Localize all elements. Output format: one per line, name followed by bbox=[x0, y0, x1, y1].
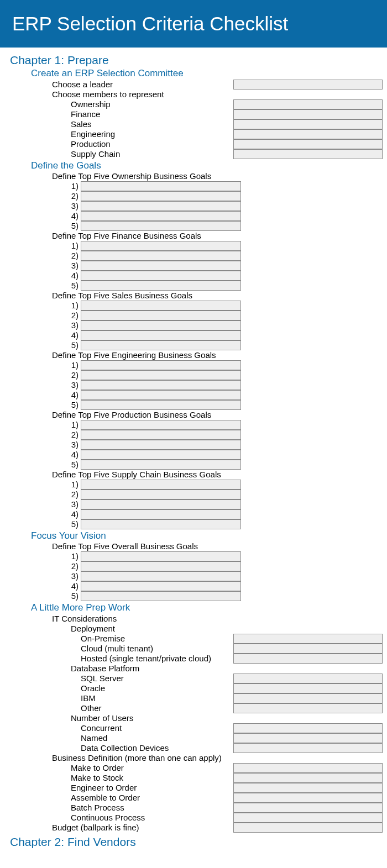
goal-production-5[interactable] bbox=[81, 460, 241, 470]
section-prep: A Little More Prep Work bbox=[31, 602, 387, 613]
num-2: 2) bbox=[67, 430, 81, 440]
goal-overall-4[interactable] bbox=[81, 581, 241, 591]
goal-ownership-2[interactable] bbox=[81, 191, 241, 201]
goals-production-label: Define Top Five Production Business Goal… bbox=[52, 410, 387, 420]
num-1: 1) bbox=[67, 420, 81, 430]
users-concurrent: Concurrent bbox=[81, 723, 122, 733]
goal-overall-1[interactable] bbox=[81, 551, 241, 561]
goal-production-2[interactable] bbox=[81, 430, 241, 440]
bd-mts-field[interactable] bbox=[233, 773, 383, 783]
goal-supply-5[interactable] bbox=[81, 519, 241, 529]
goal-production-3[interactable] bbox=[81, 440, 241, 450]
member-ownership: Ownership bbox=[71, 99, 111, 109]
goal-sales-2[interactable] bbox=[81, 311, 241, 320]
member-production-field[interactable] bbox=[233, 139, 383, 149]
num-3: 3) bbox=[67, 261, 81, 271]
db-sql-field[interactable] bbox=[233, 674, 383, 683]
goals-engineering-label: Define Top Five Engineering Business Goa… bbox=[52, 350, 387, 360]
num-4: 4) bbox=[67, 211, 81, 221]
section-committee: Create an ERP Selection Committee bbox=[31, 68, 387, 79]
member-finance-field[interactable] bbox=[233, 109, 383, 119]
db-sql: SQL Server bbox=[81, 674, 124, 683]
dep-onprem: On-Premise bbox=[81, 634, 125, 644]
bd-cont: Continuous Process bbox=[71, 813, 145, 823]
bd-cont-field[interactable] bbox=[233, 813, 383, 823]
goal-sales-4[interactable] bbox=[81, 330, 241, 340]
dep-onprem-field[interactable] bbox=[233, 634, 383, 644]
num-2: 2) bbox=[67, 490, 81, 499]
member-production: Production bbox=[71, 139, 111, 149]
db-other: Other bbox=[81, 703, 102, 713]
goal-engineering-3[interactable] bbox=[81, 380, 241, 390]
vision-label: Define Top Five Overall Business Goals bbox=[52, 541, 387, 551]
member-engineering: Engineering bbox=[71, 129, 115, 139]
num-3: 3) bbox=[67, 571, 81, 581]
member-sales: Sales bbox=[71, 119, 92, 129]
num-3: 3) bbox=[67, 201, 81, 211]
users-named-field[interactable] bbox=[233, 733, 383, 743]
banner-title: ERP Selection Criteria Checklist bbox=[0, 0, 387, 48]
num-1: 1) bbox=[67, 181, 81, 191]
goals-finance-label: Define Top Five Finance Business Goals bbox=[52, 231, 387, 241]
bd-eto-field[interactable] bbox=[233, 783, 383, 793]
num-5: 5) bbox=[67, 281, 81, 291]
member-ownership-field[interactable] bbox=[233, 99, 383, 109]
num-3: 3) bbox=[67, 320, 81, 330]
num-4: 4) bbox=[67, 509, 81, 519]
goal-production-4[interactable] bbox=[81, 450, 241, 460]
goal-production-1[interactable] bbox=[81, 420, 241, 430]
goal-finance-4[interactable] bbox=[81, 271, 241, 281]
member-finance: Finance bbox=[71, 109, 100, 119]
dep-hosted-field[interactable] bbox=[233, 654, 383, 664]
db-other-field[interactable] bbox=[233, 703, 383, 713]
goal-ownership-1[interactable] bbox=[81, 181, 241, 191]
num-3: 3) bbox=[67, 380, 81, 390]
it-considerations-label: IT Considerations bbox=[52, 614, 117, 624]
goal-overall-2[interactable] bbox=[81, 561, 241, 571]
goal-supply-1[interactable] bbox=[81, 480, 241, 490]
num-5: 5) bbox=[67, 519, 81, 529]
committee-leader-field[interactable] bbox=[233, 80, 383, 90]
bd-mts: Make to Stock bbox=[71, 773, 123, 783]
num-5: 5) bbox=[67, 221, 81, 231]
users-concurrent-field[interactable] bbox=[233, 723, 383, 733]
budget-field[interactable] bbox=[233, 823, 383, 833]
member-supply-field[interactable] bbox=[233, 149, 383, 159]
db-oracle: Oracle bbox=[81, 683, 105, 693]
num-4: 4) bbox=[67, 581, 81, 591]
goal-finance-5[interactable] bbox=[81, 281, 241, 291]
dep-cloud-field[interactable] bbox=[233, 644, 383, 654]
member-engineering-field[interactable] bbox=[233, 129, 383, 139]
goal-supply-4[interactable] bbox=[81, 509, 241, 519]
db-ibm-field[interactable] bbox=[233, 693, 383, 703]
goal-ownership-4[interactable] bbox=[81, 211, 241, 221]
num-4: 4) bbox=[67, 390, 81, 400]
goal-engineering-2[interactable] bbox=[81, 370, 241, 380]
db-ibm: IBM bbox=[81, 693, 96, 703]
committee-members-label: Choose members to represent bbox=[52, 90, 164, 99]
goal-supply-2[interactable] bbox=[81, 490, 241, 499]
goal-sales-5[interactable] bbox=[81, 340, 241, 350]
goal-finance-3[interactable] bbox=[81, 261, 241, 271]
goal-sales-3[interactable] bbox=[81, 320, 241, 330]
users-dcd-field[interactable] bbox=[233, 743, 383, 753]
goal-engineering-4[interactable] bbox=[81, 390, 241, 400]
db-oracle-field[interactable] bbox=[233, 683, 383, 693]
goal-overall-3[interactable] bbox=[81, 571, 241, 581]
num-5: 5) bbox=[67, 460, 81, 470]
bd-batch-field[interactable] bbox=[233, 803, 383, 813]
goal-finance-2[interactable] bbox=[81, 251, 241, 261]
goal-sales-1[interactable] bbox=[81, 301, 241, 311]
goal-ownership-5[interactable] bbox=[81, 221, 241, 231]
chapter-2-heading: Chapter 2: Find Vendors bbox=[10, 835, 387, 849]
goal-engineering-5[interactable] bbox=[81, 400, 241, 410]
goal-finance-1[interactable] bbox=[81, 241, 241, 251]
bd-mto-field[interactable] bbox=[233, 763, 383, 773]
goal-supply-3[interactable] bbox=[81, 499, 241, 509]
goal-ownership-3[interactable] bbox=[81, 201, 241, 211]
member-sales-field[interactable] bbox=[233, 119, 383, 129]
bd-ato-field[interactable] bbox=[233, 793, 383, 803]
goal-overall-5[interactable] bbox=[81, 591, 241, 601]
goal-engineering-1[interactable] bbox=[81, 360, 241, 370]
bd-batch: Batch Process bbox=[71, 803, 124, 813]
